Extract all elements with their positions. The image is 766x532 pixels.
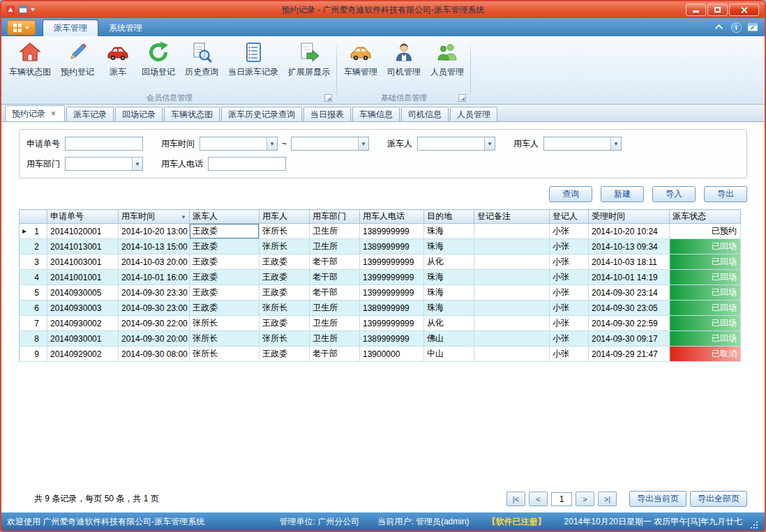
cell-order-no[interactable]: 20141001001 — [47, 270, 119, 285]
column-header[interactable]: 用车人电话 — [360, 210, 424, 224]
cell-use-time[interactable]: 2014-09-30 22:00 — [119, 316, 190, 331]
cell-accept-time[interactable]: 2014-10-01 14:19 — [589, 270, 670, 285]
column-header[interactable]: 受理时间 — [589, 210, 670, 224]
cell-user[interactable]: 张所长 — [260, 239, 310, 254]
cell-destination[interactable]: 中山 — [424, 347, 474, 362]
column-header[interactable]: 申请单号 — [47, 210, 119, 224]
ribbon-button-vehicle-status-chart[interactable]: 车辆状态图 — [4, 38, 56, 91]
cell-phone[interactable]: 1389999999 — [360, 331, 424, 347]
import-button[interactable]: 导入 — [652, 186, 696, 202]
cell-destination[interactable]: 从化 — [424, 254, 474, 270]
cell-registrar[interactable]: 小张 — [550, 239, 589, 254]
column-header[interactable]: 用车时间 — [119, 210, 190, 224]
cell-order-no[interactable]: 20141013001 — [47, 239, 119, 254]
close-button[interactable] — [729, 3, 759, 16]
cell-registrar[interactable]: 小张 — [550, 224, 589, 239]
cell-use-time[interactable]: 2014-09-30 23:00 — [119, 301, 190, 316]
cell-dept[interactable]: 老干部 — [310, 270, 360, 285]
cell-dispatch-status[interactable]: 已取消 — [670, 347, 741, 362]
cell-accept-time[interactable]: 2014-09-30 22:59 — [589, 316, 670, 331]
cell-use-time[interactable]: 2014-10-01 16:00 — [119, 270, 190, 285]
cell-destination[interactable]: 珠海 — [424, 239, 474, 254]
minimize-button[interactable] — [686, 3, 706, 16]
last-page-button[interactable]: >| — [598, 492, 617, 506]
cell-dispatch-status[interactable]: 已回场 — [670, 270, 741, 285]
dialog-launcher-icon[interactable] — [458, 94, 466, 102]
cell-registrar[interactable]: 小张 — [550, 331, 589, 347]
cell-dispatcher[interactable]: 张所长 — [190, 316, 260, 331]
license-status[interactable]: 【软件已注册】 — [488, 516, 546, 528]
ribbon-button-today-dispatch-records[interactable]: 当日派车记录 — [223, 38, 283, 91]
cell-registrar[interactable]: 小张 — [550, 270, 589, 285]
cell-dept[interactable]: 卫生所 — [310, 316, 360, 331]
table-row[interactable]: 1 20141020001 2014-10-20 13:00 王政委 张所长 卫… — [20, 224, 741, 239]
doc-tab-driver-info[interactable]: 司机信息 — [401, 107, 449, 121]
dialog-launcher-icon[interactable] — [324, 94, 332, 102]
cell-remark[interactable] — [474, 239, 550, 254]
ribbon-button-vehicle-management[interactable]: 车辆管理 — [339, 38, 382, 91]
cell-destination[interactable]: 珠海 — [424, 270, 474, 285]
cell-remark[interactable] — [474, 285, 550, 301]
cell-user[interactable]: 王政委 — [260, 254, 310, 270]
export-current-page-button[interactable]: 导出当前页 — [629, 491, 686, 507]
layout-icon[interactable] — [18, 5, 28, 15]
cell-destination[interactable]: 从化 — [424, 316, 474, 331]
cell-accept-time[interactable]: 2014-10-13 09:34 — [589, 239, 670, 254]
cell-destination[interactable]: 珠海 — [424, 285, 474, 301]
cell-dept[interactable]: 卫生所 — [310, 224, 360, 239]
cell-dispatcher[interactable]: 张所长 — [190, 331, 260, 347]
cell-user[interactable]: 王政委 — [260, 347, 310, 362]
ribbon-button-reservation[interactable]: 预约登记 — [56, 38, 99, 91]
cell-phone[interactable]: 1389999999 — [360, 224, 424, 239]
ribbon-button-dispatch[interactable]: 派车 — [99, 38, 137, 91]
cell-accept-time[interactable]: 2014-10-03 18:11 — [589, 254, 670, 270]
new-button[interactable]: 新建 — [601, 186, 644, 202]
use-time-to-combo[interactable] — [291, 137, 369, 151]
cell-remark[interactable] — [474, 347, 550, 362]
column-header[interactable]: 用车部门 — [310, 210, 360, 224]
cell-registrar[interactable]: 小张 — [550, 285, 589, 301]
cell-accept-time[interactable]: 2014-10-20 10:24 — [589, 224, 670, 239]
cell-registrar[interactable]: 小张 — [550, 254, 589, 270]
cell-phone[interactable]: 1389999999 — [360, 239, 424, 254]
cell-order-no[interactable]: 20141003001 — [47, 254, 119, 270]
cell-dispatcher[interactable]: 王政委 — [190, 224, 260, 239]
order-no-input[interactable] — [65, 137, 143, 151]
info-icon[interactable] — [731, 22, 742, 33]
table-row[interactable]: 4 20141001001 2014-10-01 16:00 王政委 王政委 老… — [20, 270, 741, 285]
cell-destination[interactable]: 珠海 — [424, 224, 474, 239]
export-all-pages-button[interactable]: 导出全部页 — [690, 491, 747, 507]
resize-grip[interactable] — [749, 521, 759, 531]
cell-dispatch-status[interactable]: 已回场 — [670, 301, 741, 316]
cell-phone[interactable]: 13999999999 — [360, 254, 424, 270]
cell-registrar[interactable]: 小张 — [550, 347, 589, 362]
cell-destination[interactable]: 佛山 — [424, 331, 474, 347]
cell-phone[interactable]: 13999999999 — [360, 270, 424, 285]
collapse-ribbon-icon[interactable] — [714, 22, 726, 33]
close-tab-icon[interactable] — [49, 109, 58, 119]
dept-combo[interactable] — [65, 157, 143, 171]
table-row[interactable]: 3 20141003001 2014-10-03 20:00 王政委 王政委 老… — [20, 254, 741, 270]
cell-phone[interactable]: 13999999999 — [360, 285, 424, 301]
cell-dispatcher[interactable]: 王政委 — [190, 285, 260, 301]
qat-dropdown-icon[interactable] — [31, 8, 35, 11]
column-header[interactable]: 派车人 — [190, 210, 260, 224]
table-row[interactable]: 5 20140930005 2014-09-30 23:30 王政委 王政委 老… — [20, 285, 741, 301]
cell-user[interactable]: 张所长 — [260, 224, 310, 239]
ribbon-button-extend-screen[interactable]: 扩展屏显示 — [283, 38, 335, 91]
doc-tab-dispatch-history-query[interactable]: 派车历史记录查询 — [221, 107, 302, 121]
cell-use-time[interactable]: 2014-10-13 15:00 — [119, 239, 190, 254]
cell-dispatcher[interactable]: 王政委 — [190, 239, 260, 254]
cell-remark[interactable] — [474, 270, 550, 285]
cell-order-no[interactable]: 20141020001 — [47, 224, 119, 239]
cell-remark[interactable] — [474, 254, 550, 270]
ribbon-button-return-registration[interactable]: 回场登记 — [137, 38, 180, 91]
doc-tab-vehicle-info[interactable]: 车辆信息 — [352, 107, 400, 121]
cell-dispatch-status[interactable]: 已回场 — [670, 331, 741, 347]
table-row[interactable]: 8 20140930001 2014-09-30 20:00 张所长 张所长 卫… — [20, 331, 741, 347]
use-time-from-combo[interactable] — [200, 137, 278, 151]
doc-tab-daily-report[interactable]: 当日报表 — [303, 107, 351, 121]
ribbon-button-history-query[interactable]: 历史查询 — [180, 38, 223, 91]
cell-dispatch-status[interactable]: 已回场 — [670, 285, 741, 301]
cell-dept[interactable]: 老干部 — [310, 285, 360, 301]
